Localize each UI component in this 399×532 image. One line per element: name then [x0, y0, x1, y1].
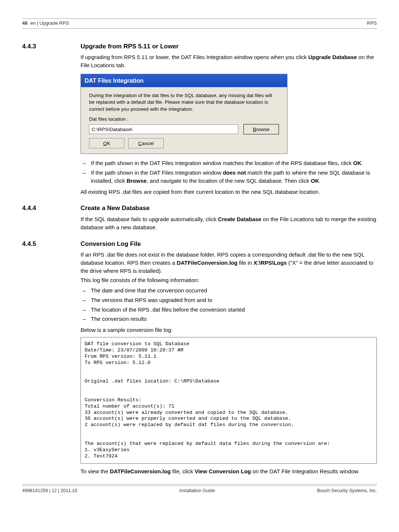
- list-item: The location of the RPS .dat files befor…: [81, 306, 377, 314]
- bullet-list: The date and time that the conversion oc…: [81, 286, 377, 323]
- ok-button[interactable]: OK: [89, 138, 125, 148]
- body-text: If upgrading from RPS 5.11 or lower, the…: [81, 53, 377, 69]
- list-item: If the path shown in the DAT Files Integ…: [81, 169, 377, 185]
- body-text: To view the DATFileConversion.log file, …: [81, 467, 377, 476]
- header-product: RPS: [367, 20, 377, 27]
- browse-button[interactable]: Browse: [243, 124, 279, 134]
- body-text: If the SQL database fails to upgrade aut…: [81, 215, 377, 231]
- dialog-body-text: During the integration of the dat files …: [89, 92, 279, 113]
- cancel-button[interactable]: Cancel: [128, 138, 164, 148]
- body-text: Below is a sample conversion file log:: [81, 326, 377, 334]
- page-footer: 4998141259 | 12 | 2011.10 Installation G…: [22, 486, 377, 494]
- bullet-list: If the path shown in the DAT Files Integ…: [81, 159, 377, 185]
- section-title: Create a New Database: [81, 204, 150, 213]
- conversion-log-sample: DAT file conversion to SQL Database Date…: [81, 337, 377, 464]
- footer-right: Bosch Security Systems, Inc.: [317, 487, 377, 494]
- footer-left: 4998141259 | 12 | 2011.10: [22, 487, 77, 494]
- dat-files-location-label: Dat files location :: [89, 116, 279, 123]
- page-number: 48: [22, 20, 27, 26]
- section-number: 4.4.5: [22, 240, 70, 249]
- list-item: The versions that RPS was upgraded from …: [81, 296, 377, 304]
- section-number: 4.4.4: [22, 204, 70, 213]
- list-item: The date and time that the conversion oc…: [81, 286, 377, 295]
- body-text: All existing RPS .dat files are copied f…: [81, 188, 377, 196]
- list-item: The conversion results: [81, 315, 377, 323]
- list-item: If the path shown in the DAT Files Integ…: [81, 159, 377, 167]
- section-number: 4.4.3: [22, 42, 70, 51]
- dat-files-location-input[interactable]: [89, 124, 238, 134]
- section-title: Conversion Log File: [81, 240, 141, 249]
- footer-center: Installation Guide: [179, 487, 215, 494]
- body-text: This log file consists of the following …: [81, 276, 377, 284]
- dat-files-integration-dialog: DAT Files Integration During the integra…: [81, 74, 287, 154]
- section-title: Upgrade from RPS 5.11 or Lower: [81, 42, 178, 51]
- breadcrumb: en | Upgrade RPS: [30, 20, 69, 26]
- page-header: 48 en | Upgrade RPS RPS: [22, 20, 377, 29]
- dialog-title: DAT Files Integration: [81, 74, 287, 87]
- body-text: If an RPS .dat file does not exist in th…: [81, 251, 377, 275]
- header-left: 48 en | Upgrade RPS: [22, 20, 69, 27]
